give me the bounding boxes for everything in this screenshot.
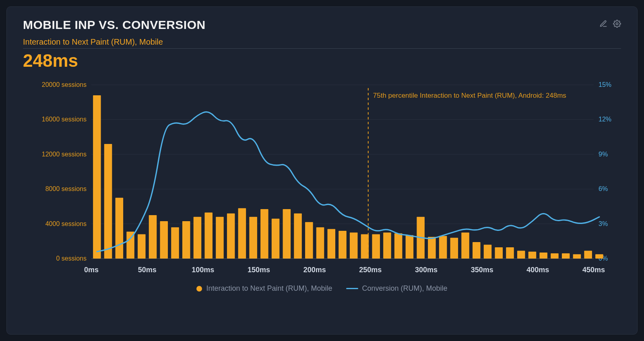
svg-rect-55 (495, 247, 503, 259)
chart-card: MOBILE INP VS. CONVERSION Interaction to… (6, 6, 638, 335)
svg-rect-41 (339, 231, 347, 259)
svg-rect-30 (216, 217, 224, 259)
svg-rect-58 (528, 252, 537, 259)
svg-rect-61 (562, 253, 570, 259)
svg-text:50ms: 50ms (138, 266, 157, 274)
svg-rect-44 (372, 234, 380, 259)
svg-rect-33 (249, 217, 257, 259)
svg-text:200ms: 200ms (303, 266, 326, 274)
svg-rect-50 (439, 236, 447, 259)
svg-rect-42 (350, 233, 358, 259)
svg-text:100ms: 100ms (192, 266, 214, 274)
svg-rect-35 (272, 219, 280, 259)
svg-text:250ms: 250ms (359, 266, 382, 274)
metric-subline: Interaction to Next Paint (RUM), Mobile (23, 37, 621, 49)
svg-rect-32 (238, 208, 246, 259)
svg-text:9%: 9% (599, 151, 608, 158)
svg-rect-39 (316, 228, 324, 259)
svg-rect-54 (484, 245, 492, 259)
svg-text:20000 sessions: 20000 sessions (42, 81, 87, 88)
chart-svg: 0 sessions0%4000 sessions3%8000 sessions… (23, 78, 622, 279)
svg-text:450ms: 450ms (582, 266, 605, 274)
svg-rect-53 (473, 242, 481, 259)
legend-bars-label: Interaction to Next Paint (RUM), Mobile (206, 284, 332, 293)
svg-text:400ms: 400ms (526, 266, 549, 274)
card-header: MOBILE INP VS. CONVERSION (23, 18, 621, 37)
svg-rect-23 (138, 234, 146, 259)
legend-dot-icon (196, 286, 202, 292)
svg-rect-37 (294, 214, 302, 259)
svg-rect-49 (428, 237, 436, 259)
svg-rect-63 (584, 251, 592, 259)
metric-subtitle: Interaction to Next Paint (RUM), Mobile (23, 37, 163, 47)
svg-text:75th percentile Interaction to: 75th percentile Interaction to Next Pain… (373, 92, 566, 99)
svg-rect-31 (227, 214, 235, 259)
svg-rect-29 (204, 213, 213, 259)
svg-text:0ms: 0ms (84, 266, 99, 274)
legend-bars: Interaction to Next Paint (RUM), Mobile (196, 284, 332, 293)
svg-text:150ms: 150ms (248, 266, 270, 274)
svg-rect-40 (327, 229, 335, 259)
svg-rect-64 (595, 255, 603, 259)
svg-rect-19 (93, 95, 101, 259)
svg-text:8000 sessions: 8000 sessions (45, 186, 87, 193)
svg-text:16000 sessions: 16000 sessions (42, 116, 87, 123)
legend-line-label: Conversion (RUM), Mobile (362, 284, 448, 293)
svg-rect-24 (149, 215, 157, 259)
svg-text:6%: 6% (599, 186, 608, 193)
svg-rect-20 (104, 144, 112, 259)
svg-text:300ms: 300ms (415, 266, 438, 274)
svg-text:3%: 3% (599, 220, 608, 227)
svg-rect-28 (194, 217, 202, 259)
svg-rect-25 (160, 222, 168, 259)
card-title: MOBILE INP VS. CONVERSION (23, 18, 206, 32)
svg-text:12000 sessions: 12000 sessions (42, 151, 87, 158)
svg-rect-47 (406, 235, 414, 259)
metric-value: 248ms (23, 51, 621, 70)
svg-rect-45 (383, 233, 391, 259)
svg-rect-26 (171, 228, 179, 259)
legend: Interaction to Next Paint (RUM), Mobile … (23, 284, 621, 293)
svg-rect-21 (116, 198, 124, 259)
svg-rect-57 (517, 251, 525, 259)
svg-text:350ms: 350ms (471, 266, 493, 274)
legend-line-icon (346, 288, 358, 289)
svg-rect-43 (361, 234, 369, 259)
svg-text:4000 sessions: 4000 sessions (45, 220, 87, 227)
svg-rect-62 (573, 255, 581, 259)
card-actions (599, 20, 621, 28)
svg-text:15%: 15% (599, 81, 611, 88)
svg-rect-52 (461, 233, 469, 259)
chart-area: 0 sessions0%4000 sessions3%8000 sessions… (23, 78, 621, 279)
legend-line: Conversion (RUM), Mobile (346, 284, 448, 293)
svg-rect-46 (394, 234, 402, 259)
svg-rect-34 (260, 209, 268, 259)
svg-rect-51 (450, 238, 458, 259)
svg-point-0 (616, 23, 618, 25)
gear-icon[interactable] (613, 20, 621, 28)
svg-rect-36 (283, 209, 291, 259)
svg-text:0 sessions: 0 sessions (56, 255, 87, 262)
svg-rect-27 (182, 222, 190, 259)
svg-rect-59 (539, 253, 547, 259)
svg-text:12%: 12% (599, 116, 611, 123)
svg-rect-56 (506, 247, 514, 259)
pencil-icon[interactable] (599, 20, 607, 28)
svg-rect-60 (551, 253, 559, 259)
svg-rect-38 (305, 222, 313, 259)
